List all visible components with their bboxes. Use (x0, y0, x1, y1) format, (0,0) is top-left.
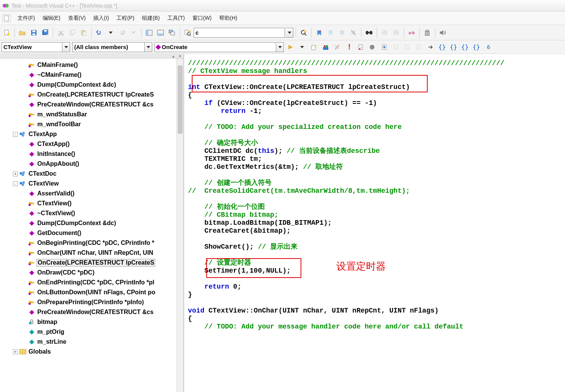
collapse-icon[interactable]: - (13, 132, 18, 137)
window-list-button[interactable] (167, 27, 177, 38)
menu-edit[interactable]: 编辑(E) (39, 13, 64, 23)
expand-icon[interactable]: + (13, 171, 18, 176)
tree-item[interactable]: GetDocument() (1, 229, 183, 238)
output-button[interactable] (155, 27, 166, 38)
execute-button[interactable]: ! (344, 42, 355, 52)
new-file-button[interactable] (2, 27, 12, 38)
arrow-right-icon[interactable] (425, 42, 436, 52)
tree-item[interactable]: Dump(CDumpContext &dc) (1, 219, 183, 228)
unindent-button[interactable] (391, 27, 401, 38)
compile-button[interactable] (309, 42, 320, 52)
tree-item[interactable]: CTextView() (1, 199, 183, 208)
tree-label[interactable]: ~CMainFrame() (37, 71, 82, 78)
find-in-files-button[interactable] (182, 27, 193, 38)
bookmark-toggle-button[interactable] (314, 27, 325, 38)
undo-button[interactable] (94, 27, 105, 38)
tree-item[interactable]: OnCreate(LPCREATESTRUCT lpCreateS (1, 90, 183, 99)
pin-icon[interactable]: ▴ (170, 54, 177, 59)
tree-label[interactable]: Globals (28, 348, 52, 355)
tree-label[interactable]: OnDraw(CDC *pDC) (37, 269, 95, 276)
filter-combo[interactable]: (All class members) (72, 42, 152, 52)
bookmark-prev-button[interactable] (337, 27, 347, 38)
tree-label[interactable]: OnLButtonDown(UINT nFlags, CPoint po (37, 289, 156, 296)
tree-item[interactable]: ~CTextView() (1, 209, 183, 218)
tree-label[interactable]: PreCreateWindow(CREATESTRUCT &cs (37, 309, 154, 316)
menu-window[interactable]: 窗口(W) (189, 13, 216, 23)
tree-label[interactable]: Dump(CDumpContext &dc) (37, 220, 117, 227)
tree-label[interactable]: OnPreparePrinting(CPrintInfo *pInfo) (37, 299, 145, 306)
tree-item[interactable]: m_wndStatusBar (1, 110, 183, 119)
tree-label[interactable]: CTextApp() (37, 141, 70, 148)
tree-item[interactable]: +CTextDoc (1, 169, 183, 178)
tree-item[interactable]: OnChar(UINT nChar, UINT nRepCnt, UIN (1, 248, 183, 257)
tree-item[interactable]: OnCreate(LPCREATESTRUCT lpCreateS (1, 258, 183, 267)
collapse-icon[interactable]: - (13, 181, 18, 186)
bookmark-clear-button[interactable] (348, 27, 359, 38)
tree-label[interactable]: m_wndToolBar (37, 121, 81, 128)
tree-label[interactable]: ~CTextView() (37, 210, 76, 217)
class-tree[interactable]: CMainFrame()~CMainFrame()Dump(CDumpConte… (0, 59, 183, 392)
tree-scrollbar[interactable] (177, 59, 183, 392)
tree-item[interactable]: m_ptOrig (1, 327, 183, 336)
watch-icon[interactable]: 6 (483, 42, 494, 52)
brace4-icon[interactable]: {} (471, 42, 482, 52)
tree-item[interactable]: CTextApp() (1, 140, 183, 149)
tree-label[interactable]: CTextDoc (28, 170, 57, 177)
breakpoint-button[interactable] (367, 42, 377, 52)
save-button[interactable] (29, 27, 39, 38)
tree-item[interactable]: InitInstance() (1, 149, 183, 159)
tree-label[interactable]: CTextView (28, 180, 59, 187)
save-all-button[interactable] (40, 27, 51, 38)
menu-build[interactable]: 组建(B) (138, 13, 164, 23)
cut-button[interactable] (56, 27, 66, 38)
tree-item[interactable]: Dump(CDumpContext &dc) (1, 80, 183, 89)
tree-item[interactable]: m_strLine (1, 337, 183, 346)
redo-button[interactable] (117, 27, 127, 38)
tree-label[interactable]: InitInstance() (37, 151, 76, 157)
expand-icon[interactable]: + (13, 349, 18, 354)
redo-dropdown[interactable] (128, 27, 139, 38)
sound-icon[interactable] (438, 27, 448, 38)
tree-item[interactable]: -CTextApp (1, 130, 183, 139)
menu-insert[interactable]: 插入(I) (89, 13, 113, 23)
menu-project[interactable]: 工程(P) (113, 13, 138, 23)
find-input[interactable] (194, 28, 285, 38)
menu-view[interactable]: 查看(V) (64, 13, 90, 23)
step-over-button[interactable] (390, 42, 401, 52)
tree-label[interactable]: CTextApp (28, 131, 57, 138)
run-to-cursor-button[interactable] (413, 42, 424, 52)
binoculars-icon[interactable] (364, 27, 374, 38)
menu-help[interactable]: 帮助(H) (215, 13, 241, 23)
tree-label[interactable]: m_wndStatusBar (37, 111, 88, 118)
tree-label[interactable]: OnCreate(LPCREATESTRUCT lpCreateS (37, 259, 155, 267)
tree-label[interactable]: OnEndPrinting(CDC *pDC, CPrintInfo *pI (37, 279, 155, 286)
tree-item[interactable]: m_wndToolBar (1, 120, 183, 129)
copy-button[interactable] (67, 27, 78, 38)
tree-item[interactable]: +Globals (1, 347, 183, 356)
tree-label[interactable]: OnCreate(LPCREATESTRUCT lpCreateS (37, 91, 154, 98)
code-editor[interactable]: 设置定时器 //////////////////////////////////… (184, 54, 565, 392)
tree-label[interactable]: CMainFrame() (37, 62, 79, 68)
tree-label[interactable]: PreCreateWindow(CREATESTRUCT &cs (37, 101, 154, 108)
tree-label[interactable]: OnBeginPrinting(CDC *pDC, CPrintInfo * (37, 240, 155, 246)
go-dropdown[interactable] (297, 42, 307, 52)
tree-item[interactable]: PreCreateWindow(CREATESTRUCT &cs (1, 308, 183, 317)
tree-label[interactable]: bitmap (37, 319, 58, 325)
tree-label[interactable]: m_ptOrig (37, 329, 65, 335)
tree-item[interactable]: OnDraw(CDC *pDC) (1, 268, 183, 277)
tree-label[interactable]: AssertValid() (37, 190, 75, 197)
tree-item[interactable]: PreCreateWindow(CREATESTRUCT &cs (1, 100, 183, 109)
tree-item[interactable]: OnEndPrinting(CDC *pDC, CPrintInfo *pI (1, 278, 183, 287)
whole-word-button[interactable]: a·b (406, 27, 417, 38)
tree-item[interactable]: AssertValid() (1, 189, 183, 198)
tree-label[interactable]: m_strLine (37, 338, 67, 345)
menu-tools[interactable]: 工具(T) (164, 13, 189, 23)
indent-button[interactable] (379, 27, 390, 38)
tree-item[interactable]: OnLButtonDown(UINT nFlags, CPoint po (1, 288, 183, 297)
tree-item[interactable]: OnBeginPrinting(CDC *pDC, CPrintInfo * (1, 238, 183, 248)
find-button[interactable] (298, 27, 309, 38)
tree-item[interactable]: OnAppAbout() (1, 159, 183, 168)
brace1-icon[interactable]: {} (437, 42, 447, 52)
close-pane-icon[interactable]: ✕ (177, 54, 183, 59)
open-button[interactable] (17, 27, 28, 38)
